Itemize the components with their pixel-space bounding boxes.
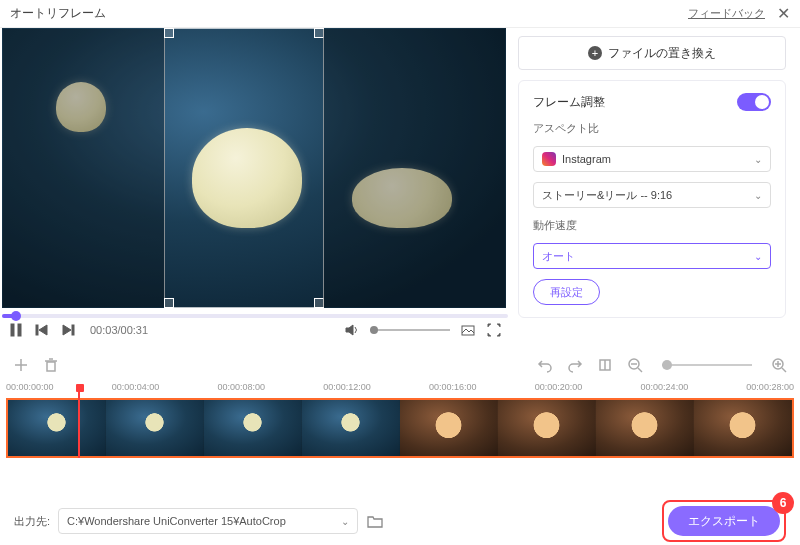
- ruler-tick: 00:00:16:00: [429, 382, 477, 392]
- main-area: 00:03/00:31 + ファイルの置き換え フレーム調整 アスペクト比 In…: [0, 28, 800, 348]
- svg-rect-2: [36, 325, 38, 335]
- add-icon[interactable]: [12, 356, 30, 374]
- aspect-sub-value: ストーリー&リール -- 9:16: [542, 188, 672, 203]
- output-path-select[interactable]: C:¥Wondershare UniConverter 15¥AutoCrop …: [58, 508, 358, 534]
- snapshot-icon[interactable]: [460, 322, 476, 338]
- svg-rect-0: [11, 324, 14, 336]
- crop-frame[interactable]: [164, 28, 324, 308]
- volume-slider[interactable]: [370, 329, 450, 331]
- playback-controls: 00:03/00:31: [0, 318, 510, 338]
- timeline-thumb: [694, 400, 792, 456]
- svg-marker-4: [63, 325, 71, 335]
- reset-button[interactable]: 再設定: [533, 279, 600, 305]
- volume-icon[interactable]: [344, 322, 360, 338]
- feedback-link[interactable]: フィードバック: [688, 6, 765, 21]
- chevron-down-icon: ⌄: [341, 516, 349, 527]
- volume-thumb-icon[interactable]: [370, 326, 378, 334]
- chevron-down-icon: ⌄: [754, 154, 762, 165]
- speed-value: オート: [542, 249, 575, 264]
- plus-circle-icon: +: [588, 46, 602, 60]
- delete-icon[interactable]: [42, 356, 60, 374]
- ruler-tick: 00:00:08:00: [218, 382, 266, 392]
- frame-adjust-toggle[interactable]: [737, 93, 771, 111]
- svg-rect-10: [47, 362, 55, 371]
- side-panel: + ファイルの置き換え フレーム調整 アスペクト比 Instagram ⌄ スト…: [510, 28, 800, 348]
- aspect-label: アスペクト比: [533, 121, 771, 136]
- zoom-thumb-icon[interactable]: [662, 360, 672, 370]
- export-highlight: エクスポート 6: [662, 500, 786, 542]
- timeline-toolbar: [0, 348, 800, 382]
- redo-icon[interactable]: [566, 356, 584, 374]
- window-title: オートリフレーム: [10, 5, 106, 22]
- svg-line-16: [638, 368, 642, 372]
- preview-column: 00:03/00:31: [0, 28, 510, 348]
- video-preview[interactable]: [2, 28, 506, 308]
- aspect-value: Instagram: [562, 153, 611, 165]
- fullscreen-icon[interactable]: [486, 322, 502, 338]
- step-badge: 6: [772, 492, 794, 514]
- frame-adjust-panel: フレーム調整 アスペクト比 Instagram ⌄ ストーリー&リール -- 9…: [518, 80, 786, 318]
- aspect-select[interactable]: Instagram ⌄: [533, 146, 771, 172]
- timeline-thumb: [596, 400, 694, 456]
- svg-line-19: [782, 368, 786, 372]
- next-frame-icon[interactable]: [60, 322, 76, 338]
- aspect-sub-select[interactable]: ストーリー&リール -- 9:16 ⌄: [533, 182, 771, 208]
- timeline-thumb: [498, 400, 596, 456]
- frame-adjust-title: フレーム調整: [533, 94, 605, 111]
- speed-select[interactable]: オート ⌄: [533, 243, 771, 269]
- replace-label: ファイルの置き換え: [608, 45, 716, 62]
- timeline-thumb: [106, 400, 204, 456]
- footer-bar: 出力先: C:¥Wondershare UniConverter 15¥Auto…: [0, 497, 800, 545]
- split-icon[interactable]: [596, 356, 614, 374]
- zoom-in-icon[interactable]: [770, 356, 788, 374]
- undo-icon[interactable]: [536, 356, 554, 374]
- crop-handle-icon[interactable]: [314, 28, 324, 38]
- seek-thumb-icon[interactable]: [11, 311, 21, 321]
- zoom-slider[interactable]: [662, 364, 752, 366]
- svg-marker-6: [346, 325, 353, 335]
- folder-icon[interactable]: [366, 512, 384, 530]
- time-display: 00:03/00:31: [90, 324, 148, 336]
- timeline-thumb: [400, 400, 498, 456]
- export-button[interactable]: エクスポート: [668, 506, 780, 536]
- ruler-tick: 00:00:20:00: [535, 382, 583, 392]
- output-path-text: C:¥Wondershare UniConverter 15¥AutoCrop: [67, 515, 286, 527]
- svg-marker-3: [39, 325, 47, 335]
- ruler-tick: 00:00:28:00: [746, 382, 794, 392]
- time-ruler[interactable]: 00:00:00:00 00:00:04:00 00:00:08:00 00:0…: [0, 382, 800, 398]
- header-bar: オートリフレーム フィードバック ✕: [0, 0, 800, 28]
- ruler-tick: 00:00:04:00: [112, 382, 160, 392]
- ruler-tick: 00:00:24:00: [641, 382, 689, 392]
- svg-rect-5: [72, 325, 74, 335]
- ruler-tick: 00:00:12:00: [323, 382, 371, 392]
- speed-label: 動作速度: [533, 218, 771, 233]
- output-label: 出力先:: [14, 514, 50, 529]
- timeline-thumb: [8, 400, 106, 456]
- svg-rect-1: [18, 324, 21, 336]
- header-actions: フィードバック ✕: [688, 4, 790, 23]
- zoom-out-icon[interactable]: [626, 356, 644, 374]
- timeline-track[interactable]: [6, 398, 794, 458]
- ruler-tick: 00:00:00:00: [6, 382, 54, 392]
- crop-handle-icon[interactable]: [164, 298, 174, 308]
- chevron-down-icon: ⌄: [754, 190, 762, 201]
- chevron-down-icon: ⌄: [754, 251, 762, 262]
- seek-bar[interactable]: [2, 314, 508, 318]
- timeline-thumb: [302, 400, 400, 456]
- replace-file-button[interactable]: + ファイルの置き換え: [518, 36, 786, 70]
- timeline-thumb: [204, 400, 302, 456]
- pause-icon[interactable]: [8, 322, 24, 338]
- instagram-icon: [542, 152, 556, 166]
- playhead-icon[interactable]: [78, 384, 80, 458]
- close-icon[interactable]: ✕: [777, 4, 790, 23]
- crop-handle-icon[interactable]: [164, 28, 174, 38]
- crop-handle-icon[interactable]: [314, 298, 324, 308]
- prev-frame-icon[interactable]: [34, 322, 50, 338]
